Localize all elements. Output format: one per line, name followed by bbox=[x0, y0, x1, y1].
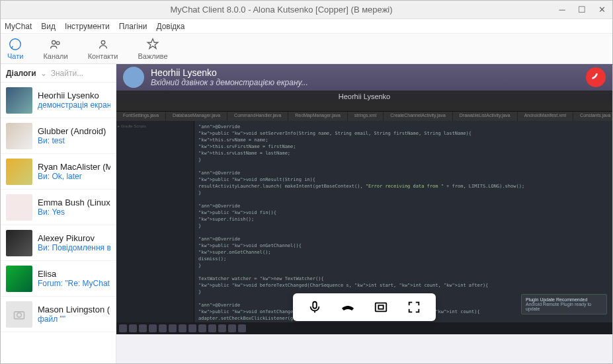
dialog-name: Elisa bbox=[38, 269, 110, 279]
dialog-item[interactable]: Alexey PikurovВи: Повідомлення від bbox=[1, 225, 116, 261]
avatar bbox=[6, 159, 32, 185]
menu-help[interactable]: Довідка bbox=[156, 22, 184, 31]
ide-project-tree: ▸ Gradle Scripts bbox=[116, 121, 194, 322]
ide-tab: CreateChannelActivity.java bbox=[384, 112, 452, 121]
menubar: MyChat Вид Інструменти Плагіни Довідка bbox=[1, 19, 612, 34]
menu-mychat[interactable]: MyChat bbox=[5, 22, 32, 31]
screen-icon bbox=[374, 300, 388, 314]
share-title: Heorhii Lysenko bbox=[339, 92, 390, 100]
tab-contacts-label: Контакти bbox=[88, 52, 118, 60]
tab-important[interactable]: Важливе bbox=[138, 37, 167, 60]
ide-tab: FontSettings.java bbox=[116, 112, 165, 121]
dialog-name: Alexey Pikurov bbox=[38, 233, 110, 243]
avatar bbox=[6, 194, 32, 221]
star-icon bbox=[145, 37, 160, 52]
tree-root: Gradle Scripts bbox=[121, 124, 146, 128]
tab-chats[interactable]: Чати bbox=[7, 37, 23, 60]
tab-channels[interactable]: Канали bbox=[43, 37, 67, 60]
dialog-item[interactable]: Emma Bush (Linux)Ви: Yes bbox=[1, 190, 116, 225]
phone-hangup-icon bbox=[340, 299, 356, 315]
dialog-sub: Ви: Повідомлення від bbox=[38, 243, 110, 252]
svg-rect-8 bbox=[378, 305, 383, 309]
notif-body: Android Remote Plugin ready to update bbox=[526, 302, 602, 311]
people-icon bbox=[48, 37, 63, 52]
svg-point-2 bbox=[56, 42, 60, 45]
avatar bbox=[6, 123, 32, 149]
dialog-sub: файл "" bbox=[38, 314, 110, 324]
tab-important-label: Важливе bbox=[138, 52, 167, 60]
main-area: Heorhii Lysenko Вхідний дзвінок з демонс… bbox=[116, 64, 612, 363]
caller-subtitle: Вхідний дзвінок з демонстрацією екрану..… bbox=[151, 78, 579, 87]
ide-tab: AndroidManifest.xml bbox=[518, 112, 573, 121]
dialog-item[interactable]: Mason Livingston (not online)файл "" bbox=[1, 297, 116, 332]
avatar bbox=[6, 230, 32, 256]
avatar bbox=[6, 266, 32, 292]
search-input[interactable]: Знайти... bbox=[51, 69, 83, 78]
sidebar-title: Діалоги bbox=[6, 69, 36, 78]
svg-point-5 bbox=[17, 312, 22, 317]
fullscreen-button[interactable] bbox=[405, 299, 423, 316]
dialog-name: Ryan MacAlister (Mac) bbox=[38, 162, 110, 172]
ide-editor: "ann">@Override"kw">public "kw">void set… bbox=[194, 121, 612, 322]
menu-view[interactable]: Вид bbox=[41, 22, 56, 31]
sidebar-header: Діалоги ⌄ Знайти... bbox=[1, 64, 116, 83]
dialog-name: Mason Livingston (not online) bbox=[38, 305, 110, 314]
dialog-list: Heorhii Lysenkoдемонстрація екрану Glubb… bbox=[1, 83, 116, 363]
svg-rect-6 bbox=[313, 302, 317, 309]
caller-name: Heorhii Lysenko bbox=[151, 67, 579, 78]
tab-contacts[interactable]: Контакти bbox=[88, 37, 118, 60]
microphone-icon bbox=[307, 300, 322, 314]
ide-tab: Constants.java bbox=[573, 112, 612, 121]
window-title: MyChat Client 8.0.0 - Alona Kutsenko [Co… bbox=[6, 5, 557, 15]
phone-down-icon bbox=[591, 72, 601, 83]
chat-icon bbox=[8, 37, 22, 52]
svg-rect-7 bbox=[376, 303, 387, 312]
dialog-name: Glubber (Android) bbox=[38, 126, 110, 136]
svg-point-3 bbox=[101, 41, 105, 45]
maximize-button[interactable]: ☐ bbox=[577, 5, 587, 15]
dialog-sub: Forum: "Re: MyChat bbox=[38, 279, 110, 288]
tab-channels-label: Канали bbox=[43, 52, 67, 60]
dialog-item[interactable]: Glubber (Android)Ви: test bbox=[1, 118, 116, 154]
window-controls: ─ ☐ ✕ bbox=[557, 5, 607, 15]
ide-tab: DrawableListActivity.java bbox=[453, 112, 517, 121]
dialog-sub: Ви: test bbox=[38, 136, 110, 145]
chevron-down-icon[interactable]: ⌄ bbox=[40, 69, 47, 78]
close-button[interactable]: ✕ bbox=[596, 5, 607, 15]
os-taskbar bbox=[116, 322, 612, 334]
ide-tabs: FontSettings.java DatabaseManager.java C… bbox=[116, 112, 612, 121]
dialog-item[interactable]: Heorhii Lysenkoдемонстрація екрану bbox=[1, 83, 116, 118]
call-header: Heorhii Lysenko Вхідний дзвінок з демонс… bbox=[116, 64, 612, 91]
dialog-item[interactable]: ElisaForum: "Re: MyChat bbox=[1, 261, 116, 297]
hangup-button[interactable] bbox=[586, 67, 606, 87]
menu-tools[interactable]: Інструменти bbox=[65, 22, 110, 31]
ide-toolbar bbox=[116, 102, 612, 112]
call-controls bbox=[293, 293, 436, 321]
titlebar: MyChat Client 8.0.0 - Alona Kutsenko [Co… bbox=[1, 1, 612, 19]
ide-notification: Plugin Update Recommended Android Remote… bbox=[521, 294, 607, 314]
tab-chats-label: Чати bbox=[7, 52, 23, 60]
caller-avatar bbox=[123, 67, 144, 88]
avatar bbox=[6, 87, 32, 114]
dialog-item[interactable]: Ryan MacAlister (Mac)Ви: Ok, later bbox=[1, 154, 116, 190]
ide-tab: strings.xml bbox=[348, 112, 383, 121]
dialog-sub: демонстрація екрану bbox=[38, 100, 110, 110]
notif-title: Plugin Update Recommended bbox=[526, 297, 602, 302]
toolbar: Чати Канали Контакти Важливе bbox=[1, 34, 612, 64]
camera-icon bbox=[13, 308, 26, 321]
contacts-icon bbox=[96, 37, 110, 52]
mute-button[interactable] bbox=[306, 299, 323, 316]
toggle-screen-button[interactable] bbox=[372, 299, 389, 316]
minimize-button[interactable]: ─ bbox=[557, 5, 567, 15]
avatar bbox=[6, 301, 32, 328]
dialog-name: Emma Bush (Linux) bbox=[38, 198, 110, 207]
dialog-sub: Ви: Yes bbox=[38, 207, 110, 217]
fullscreen-icon bbox=[407, 300, 421, 314]
end-call-button[interactable] bbox=[339, 299, 356, 316]
dialog-name: Heorhii Lysenko bbox=[38, 91, 110, 100]
share-titlebar: Heorhii Lysenko bbox=[116, 91, 612, 102]
ide-tab: DatabaseManager.java bbox=[166, 112, 227, 121]
svg-point-1 bbox=[52, 41, 56, 45]
menu-plugins[interactable]: Плагіни bbox=[119, 22, 147, 31]
call-overlay: Heorhii Lysenko Вхідний дзвінок з демонс… bbox=[116, 64, 612, 334]
